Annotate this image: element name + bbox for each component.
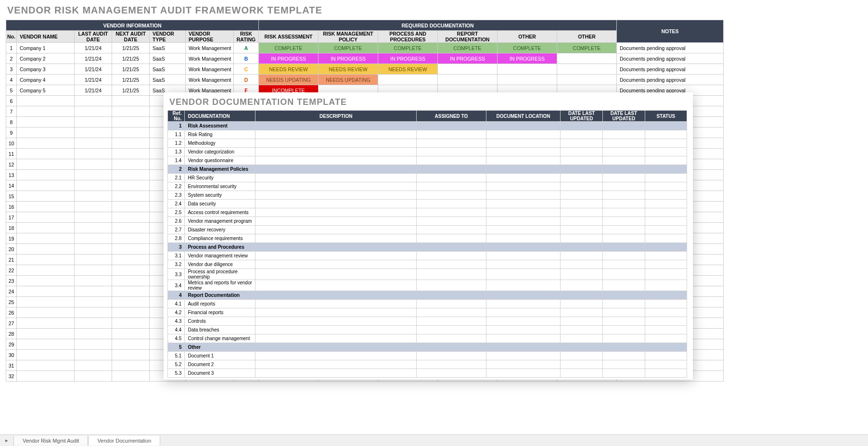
cell-empty[interactable] — [112, 233, 150, 244]
cell-ref[interactable]: 2.6 — [168, 217, 185, 226]
cell-doc-status[interactable]: COMPLETE — [259, 43, 319, 53]
cell-empty[interactable] — [255, 243, 417, 252]
cell-empty[interactable] — [602, 343, 645, 352]
doc-row[interactable]: 1.2Methodology — [168, 139, 687, 148]
cell-empty[interactable] — [486, 208, 560, 217]
cell-empty[interactable] — [75, 265, 112, 276]
cell-doc-name[interactable]: Financial reports — [185, 308, 255, 317]
cell-ref[interactable]: 4.3 — [168, 317, 185, 326]
cell-empty[interactable] — [561, 130, 603, 139]
cell-empty[interactable] — [645, 165, 687, 174]
cell-empty[interactable] — [255, 308, 417, 317]
cell-empty[interactable] — [486, 280, 560, 291]
doc-row[interactable]: 2.6Vendor management program — [168, 217, 687, 226]
tab-vendor-documentation[interactable]: Vendor Documentation — [88, 436, 160, 446]
cell-ref[interactable]: 3.1 — [168, 252, 185, 260]
cell-empty[interactable] — [645, 217, 687, 226]
cell-no[interactable]: 7 — [6, 106, 17, 117]
cell-empty[interactable] — [561, 369, 603, 378]
doc-row[interactable]: 2.4Data security — [168, 200, 687, 208]
cell-doc-name[interactable]: Vendor management program — [185, 217, 255, 226]
cell-empty[interactable] — [561, 269, 603, 280]
cell-no[interactable]: 10 — [6, 138, 17, 149]
cell-empty[interactable] — [75, 307, 112, 318]
cell-no[interactable]: 24 — [6, 286, 17, 297]
doc-row[interactable]: 4.1Audit reports — [168, 300, 687, 308]
cell-empty[interactable] — [255, 208, 417, 217]
cell-empty[interactable] — [486, 182, 560, 191]
cell-empty[interactable] — [17, 265, 75, 276]
cell-empty[interactable] — [75, 371, 112, 382]
cell-empty[interactable] — [602, 369, 645, 378]
cell-empty[interactable] — [417, 343, 486, 352]
cell-empty[interactable] — [112, 255, 150, 265]
cell-next-audit[interactable]: 1/21/25 — [112, 75, 150, 85]
cell-empty[interactable] — [561, 217, 603, 226]
cell-doc-name[interactable]: Compliance requirements — [185, 234, 255, 243]
cell-empty[interactable] — [17, 286, 75, 297]
cell-vendor-purpose[interactable]: Work Management — [186, 75, 234, 85]
cell-empty[interactable] — [112, 329, 150, 339]
cell-empty[interactable] — [112, 318, 150, 329]
cell-empty[interactable] — [561, 182, 603, 191]
cell-empty[interactable] — [561, 243, 603, 252]
cell-no[interactable]: 18 — [6, 223, 17, 233]
cell-empty[interactable] — [75, 212, 112, 223]
cell-empty[interactable] — [561, 260, 603, 269]
cell-empty[interactable] — [561, 252, 603, 260]
cell-empty[interactable] — [417, 174, 486, 182]
cell-vendor-name[interactable]: Company 1 — [17, 43, 75, 53]
cell-empty[interactable] — [417, 291, 486, 300]
cell-empty[interactable] — [417, 369, 486, 378]
cell-empty[interactable] — [645, 174, 687, 182]
cell-empty[interactable] — [417, 300, 486, 308]
cell-empty[interactable] — [255, 317, 417, 326]
cell-empty[interactable] — [486, 130, 560, 139]
doc-row[interactable]: 1.1Risk Rating — [168, 130, 687, 139]
cell-doc-name[interactable]: Risk Management Policies — [185, 165, 255, 174]
cell-empty[interactable] — [255, 139, 417, 148]
cell-last-audit[interactable]: 1/21/24 — [75, 85, 112, 96]
cell-doc-status[interactable]: NEEDS UPDATING — [259, 75, 319, 85]
cell-ref[interactable]: 5.3 — [168, 369, 185, 378]
cell-empty[interactable] — [486, 252, 560, 260]
cell-empty[interactable] — [417, 269, 486, 280]
cell-ref[interactable]: 4.1 — [168, 300, 185, 308]
cell-empty[interactable] — [255, 234, 417, 243]
cell-no[interactable]: 2 — [6, 53, 17, 64]
cell-empty[interactable] — [255, 369, 417, 378]
cell-ref[interactable]: 2 — [168, 165, 185, 174]
cell-vendor-name[interactable]: Company 2 — [17, 53, 75, 64]
table-row[interactable]: 1Company 11/21/241/21/25SaaSWork Managem… — [6, 43, 724, 53]
cell-ref[interactable]: 2.4 — [168, 200, 185, 208]
cell-empty[interactable] — [645, 280, 687, 291]
cell-doc-status[interactable]: COMPLETE — [319, 43, 378, 53]
cell-empty[interactable] — [645, 191, 687, 200]
cell-empty[interactable] — [255, 269, 417, 280]
cell-doc-name[interactable]: Metrics and reports for vendor review — [185, 280, 255, 291]
cell-empty[interactable] — [602, 317, 645, 326]
cell-empty[interactable] — [645, 291, 687, 300]
cell-empty[interactable] — [75, 276, 112, 286]
cell-empty[interactable] — [112, 265, 150, 276]
doc-row[interactable]: 4.3Controls — [168, 317, 687, 326]
cell-empty[interactable] — [417, 130, 486, 139]
cell-doc-status[interactable] — [557, 53, 617, 64]
cell-doc-status[interactable]: NEEDS REVIEW — [378, 64, 438, 75]
cell-empty[interactable] — [645, 139, 687, 148]
doc-row[interactable]: 1.3Vendor categorization — [168, 148, 687, 156]
cell-empty[interactable] — [561, 343, 603, 352]
cell-empty[interactable] — [561, 300, 603, 308]
cell-empty[interactable] — [112, 202, 150, 212]
cell-doc-name[interactable]: System security — [185, 191, 255, 200]
cell-ref[interactable]: 1 — [168, 122, 185, 130]
cell-empty[interactable] — [417, 122, 486, 130]
cell-no[interactable]: 14 — [6, 180, 17, 191]
cell-doc-name[interactable]: Vendor categorization — [185, 148, 255, 156]
cell-empty[interactable] — [112, 297, 150, 307]
cell-no[interactable]: 32 — [6, 371, 17, 382]
cell-ref[interactable]: 4.4 — [168, 326, 185, 334]
cell-empty[interactable] — [645, 360, 687, 369]
cell-last-audit[interactable]: 1/21/24 — [75, 53, 112, 64]
cell-empty[interactable] — [602, 352, 645, 360]
